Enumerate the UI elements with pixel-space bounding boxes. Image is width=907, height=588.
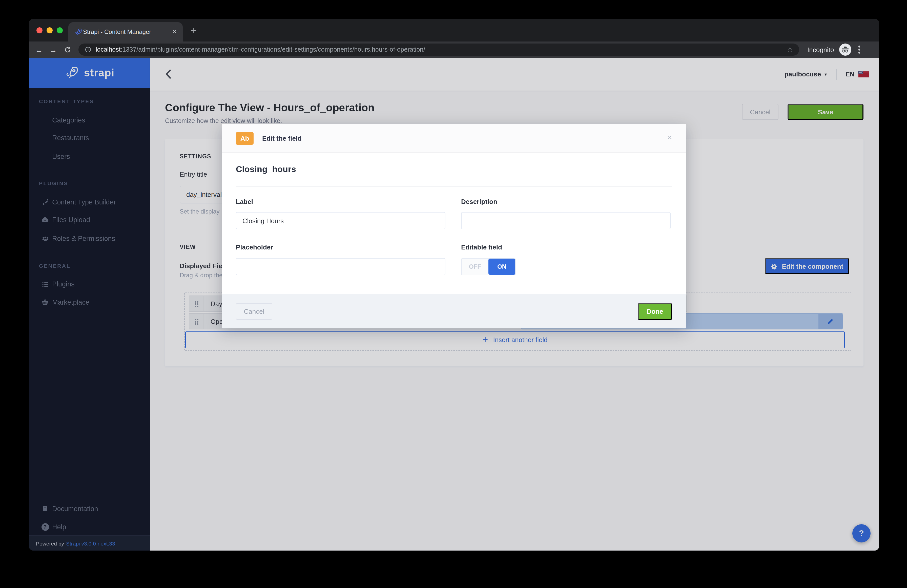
traffic-minimize-button[interactable] bbox=[46, 27, 53, 34]
placeholder-input[interactable] bbox=[236, 258, 445, 275]
stage: Strapi - Content Manager × + ← → localho bbox=[0, 0, 907, 588]
description-field-label: Description bbox=[461, 198, 497, 205]
edit-field-modal: Ab Edit the field × Closing_hours Label … bbox=[222, 124, 686, 328]
modal-header: Ab Edit the field × bbox=[222, 124, 686, 153]
incognito-label: Incognito bbox=[807, 46, 834, 53]
toggle-off-button[interactable]: OFF bbox=[462, 259, 489, 275]
site-info-icon[interactable] bbox=[85, 46, 91, 53]
reload-icon[interactable] bbox=[60, 46, 74, 53]
url-host: localhost bbox=[96, 46, 121, 53]
label-input[interactable] bbox=[236, 212, 445, 229]
field-type-badge: Ab bbox=[236, 132, 253, 145]
browser-toolbar: ← → localhost:1337/admin/plugins/content… bbox=[29, 42, 879, 58]
bookmark-star-icon[interactable]: ☆ bbox=[787, 46, 793, 54]
modal-done-button[interactable]: Done bbox=[638, 303, 672, 320]
browser-menu-icon[interactable] bbox=[858, 45, 861, 55]
browser-tabstrip: Strapi - Content Manager × + bbox=[29, 19, 879, 42]
description-input[interactable] bbox=[461, 212, 671, 229]
modal-title: Edit the field bbox=[262, 135, 302, 142]
strapi-favicon-icon bbox=[74, 28, 82, 36]
url-path: :1337/admin/plugins/content-manager/ctm-… bbox=[121, 46, 425, 53]
traffic-zoom-button[interactable] bbox=[57, 27, 63, 34]
divider bbox=[236, 186, 672, 187]
incognito-avatar-icon[interactable] bbox=[839, 43, 851, 56]
editable-toggle: OFF ON bbox=[461, 258, 516, 275]
new-tab-button[interactable]: + bbox=[191, 25, 197, 37]
browser-tab[interactable]: Strapi - Content Manager × bbox=[68, 22, 183, 42]
placeholder-field-label: Placeholder bbox=[236, 244, 273, 251]
label-field-label: Label bbox=[236, 198, 253, 205]
close-icon[interactable]: × bbox=[667, 133, 672, 143]
strapi-app: strapi CONTENT TYPES Categories Restaura… bbox=[29, 58, 879, 551]
modal-footer: Cancel Done bbox=[222, 294, 686, 328]
forward-icon[interactable]: → bbox=[46, 45, 60, 54]
modal-cancel-button[interactable]: Cancel bbox=[236, 303, 272, 320]
back-icon[interactable]: ← bbox=[32, 45, 46, 54]
screenshot-root: { "browser": { "tab_title": "Strapi - Co… bbox=[0, 0, 907, 588]
url-bar[interactable]: localhost:1337/admin/plugins/content-man… bbox=[79, 43, 799, 56]
field-name-heading: Closing_hours bbox=[236, 165, 296, 175]
traffic-close-button[interactable] bbox=[37, 27, 43, 34]
browser-window: Strapi - Content Manager × + ← → localho bbox=[29, 19, 879, 551]
toggle-on-button[interactable]: ON bbox=[489, 259, 515, 275]
url-text: localhost:1337/admin/plugins/content-man… bbox=[96, 46, 425, 53]
tab-close-icon[interactable]: × bbox=[173, 27, 177, 35]
editable-field-label: Editable field bbox=[461, 244, 502, 251]
tab-title: Strapi - Content Manager bbox=[83, 28, 151, 35]
